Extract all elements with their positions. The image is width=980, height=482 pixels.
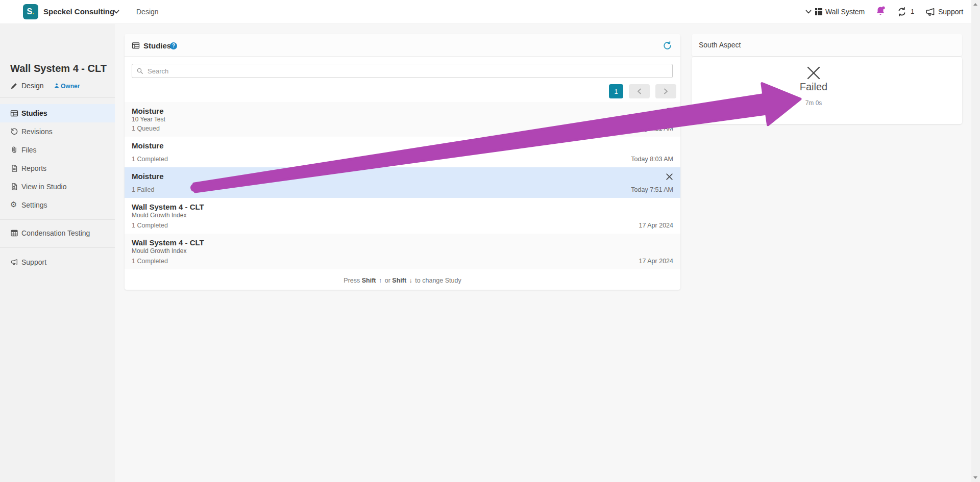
study-subtitle: Mould Growth Index: [132, 247, 186, 255]
failed-x-icon: [806, 65, 821, 81]
project-meta: Design Owner: [0, 81, 115, 90]
study-status: 1 Completed: [132, 258, 168, 265]
study-title: Moisture: [132, 107, 164, 115]
study-title: Moisture: [132, 172, 164, 181]
sidebar-divider: [0, 97, 115, 98]
previous-page-button[interactable]: [629, 84, 650, 98]
studies-panel-header: Studies ?: [125, 34, 680, 57]
org-name[interactable]: Speckel Consulting: [43, 7, 114, 16]
project-title: Wall System 4 - CLT: [10, 63, 112, 74]
help-icon[interactable]: ?: [170, 42, 177, 49]
owner-badge[interactable]: Owner: [61, 83, 80, 90]
study-timestamp: 17 Apr 2024: [639, 258, 673, 265]
chevron-down-icon[interactable]: [113, 10, 119, 14]
study-status: 1 Queued: [132, 125, 160, 132]
study-row-moisture-completed[interactable]: Moisture 1 Completed Today 8:03 AM: [125, 137, 680, 167]
hint-or: or: [385, 277, 390, 284]
study-timestamp: Today 8:03 AM: [631, 156, 673, 163]
pagination: 1: [609, 84, 676, 98]
refresh-icon[interactable]: [663, 41, 672, 50]
support-megaphone-icon[interactable]: [925, 7, 936, 17]
sidebar-item-label: Condensation Testing: [21, 229, 90, 237]
project-mode-label[interactable]: Design: [21, 82, 44, 90]
study-subtitle: Mould Growth Index: [132, 212, 186, 219]
duration-label: 7m 0s: [678, 99, 949, 107]
sidebar-nav: Studies Revisions Files Reports View in …: [0, 104, 115, 214]
sync-icon[interactable]: [897, 7, 907, 17]
notification-bell-icon[interactable]: [875, 6, 886, 17]
arrow-up-icon: ↑: [378, 277, 383, 284]
close-icon[interactable]: [666, 173, 673, 181]
studies-panel-title: Studies: [143, 41, 171, 50]
sidebar-item-reports[interactable]: Reports: [0, 159, 115, 177]
document-search-icon: [10, 183, 18, 191]
hint-shift: Shift: [362, 277, 376, 284]
scroll-up-arrow[interactable]: [973, 3, 977, 6]
aspect-panel-header: South Aspect: [692, 34, 962, 56]
sidebar-item-label: Support: [21, 258, 46, 266]
keyboard-hint: Press Shift ↑ or Shift ↓ to change Study: [125, 277, 680, 284]
study-timestamp: 17 Apr 2024: [639, 222, 673, 229]
sidebar-item-revisions[interactable]: Revisions: [0, 122, 115, 141]
speckel-logo[interactable]: S.: [23, 4, 38, 19]
study-timestamp: Today 7:51 AM: [631, 186, 673, 193]
sidebar-item-settings[interactable]: ⚙ Settings: [0, 196, 115, 214]
page-1-button[interactable]: 1: [609, 84, 623, 98]
topbar-support-label[interactable]: Support: [938, 8, 963, 16]
sidebar-item-view-in-studio[interactable]: View in Studio: [0, 177, 115, 196]
search-field: [132, 64, 673, 78]
sidebar: Wall System 4 - CLT Design Owner Studies…: [0, 24, 115, 482]
studies-grid-icon: [132, 41, 140, 49]
sidebar-divider: [0, 247, 115, 248]
search-input[interactable]: [132, 64, 673, 78]
sidebar-item-label: Reports: [21, 164, 46, 172]
study-row-wallsystem-2[interactable]: Wall System 4 - CLT Mould Growth Index 1…: [125, 234, 680, 269]
hourglass-icon: [666, 108, 673, 115]
hint-text: to change Study: [415, 277, 461, 284]
workspace-grid-icon[interactable]: [815, 8, 823, 16]
study-list: Moisture 10 Year Test 1 Queued Today 8:2…: [125, 102, 680, 269]
owner-person-icon: [54, 83, 60, 89]
study-row-moisture-queued[interactable]: Moisture 10 Year Test 1 Queued Today 8:2…: [125, 102, 680, 137]
sidebar-item-label: Studies: [21, 109, 47, 117]
hint-text: Press: [344, 277, 360, 284]
sidebar-item-label: View in Studio: [21, 183, 66, 191]
study-status: 1 Failed: [132, 186, 154, 193]
study-subtitle: 10 Year Test: [132, 116, 165, 123]
sidebar-item-support[interactable]: Support: [0, 253, 115, 271]
sidebar-item-label: Revisions: [21, 128, 53, 136]
sidebar-item-label: Files: [21, 146, 37, 154]
document-icon: [10, 164, 18, 172]
sidebar-item-condensation-testing[interactable]: Condensation Testing: [0, 224, 115, 242]
study-row-moisture-failed-selected[interactable]: Moisture 1 Failed Today 7:51 AM: [125, 167, 680, 198]
logo-dot: .: [32, 7, 34, 16]
status-label: Failed: [678, 81, 949, 93]
sidebar-item-files[interactable]: Files: [0, 141, 115, 159]
hint-shift: Shift: [392, 277, 406, 284]
arrow-down-icon: ↓: [408, 277, 413, 284]
aspect-status-card: Failed 7m 0s: [692, 57, 962, 124]
top-bar: S. Speckel Consulting Design Wall System…: [0, 0, 971, 24]
megaphone-icon: [10, 258, 18, 266]
logo-letter: S: [27, 7, 32, 16]
studies-panel: Studies ? 1 Moisture 10 Year Test 1 Queu…: [125, 34, 680, 290]
study-row-wallsystem-1[interactable]: Wall System 4 - CLT Mould Growth Index 1…: [125, 198, 680, 234]
aspect-status-content: Failed 7m 0s: [678, 65, 949, 107]
sidebar-item-studies[interactable]: Studies: [0, 104, 115, 122]
search-icon: [136, 67, 143, 74]
scroll-down-arrow[interactable]: [973, 476, 977, 479]
sidebar-divider: [0, 219, 115, 220]
edit-pencil-icon[interactable]: [10, 82, 18, 90]
paperclip-icon: [10, 146, 18, 154]
aspect-title: South Aspect: [699, 41, 741, 49]
gear-icon: ⚙: [10, 200, 17, 209]
study-title: Wall System 4 - CLT: [132, 202, 204, 211]
page-scrollbar[interactable]: [971, 0, 980, 482]
next-page-button[interactable]: [655, 84, 676, 98]
workspace-chevron-down-icon[interactable]: [805, 10, 812, 14]
topnav-design[interactable]: Design: [136, 8, 159, 16]
studies-grid-icon: [10, 109, 18, 117]
sync-count: 1: [911, 8, 914, 15]
study-title: Moisture: [132, 141, 164, 150]
workspace-name[interactable]: Wall System: [825, 8, 865, 16]
